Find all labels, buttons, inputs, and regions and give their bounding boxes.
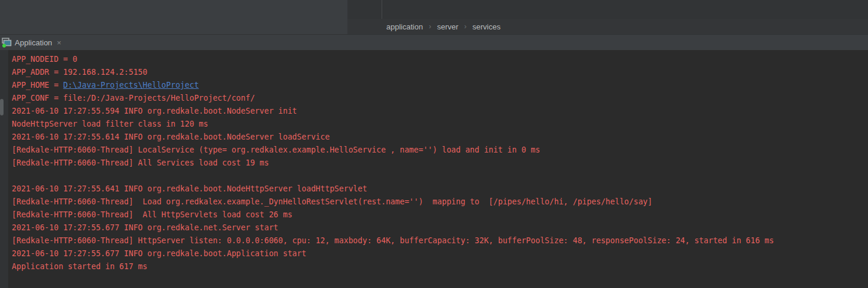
chevron-right-icon: › bbox=[429, 22, 431, 31]
log-line: NodeHttpServer load filter class in 120 … bbox=[12, 118, 868, 131]
breadcrumb-item-services[interactable]: services bbox=[472, 22, 501, 31]
log-line: APP_NODEID = 0 bbox=[12, 53, 868, 66]
editor-pane-right: application › server › services bbox=[347, 0, 868, 34]
file-path-link[interactable]: D:\Java-Projects\HelloProject bbox=[63, 81, 198, 90]
log-line: [Redkale-HTTP:6060-Thread] All Services … bbox=[12, 157, 868, 170]
console-output[interactable]: APP_NODEID = 0APP_ADDR = 192.168.124.2:5… bbox=[0, 50, 868, 288]
editor-pane-left bbox=[0, 0, 347, 34]
editor-pane-right-top bbox=[347, 0, 868, 19]
console-run-icon bbox=[2, 38, 12, 48]
chevron-right-icon: › bbox=[464, 22, 466, 31]
log-text: [Redkale-HTTP:6060-Thread] All HttpServl… bbox=[12, 210, 292, 219]
breadcrumb-item-server[interactable]: server bbox=[437, 22, 458, 31]
log-line: Application started in 617 ms bbox=[12, 260, 868, 273]
log-line: 2021-06-10 17:27:55.614 INFO org.redkale… bbox=[12, 131, 868, 144]
ide-window: application › server › services Applicat… bbox=[0, 0, 868, 288]
close-icon[interactable]: × bbox=[57, 39, 62, 47]
log-line: APP_ADDR = 192.168.124.2:5150 bbox=[12, 66, 868, 79]
log-text: APP_CONF = file:/D:/Java-Projects/HelloP… bbox=[12, 94, 255, 102]
log-text: Application started in 617 ms bbox=[12, 262, 147, 271]
log-line: 2021-06-10 17:27:55.677 INFO org.redkale… bbox=[12, 247, 868, 260]
log-text: [Redkale-HTTP:6060-Thread] Load org.redk… bbox=[12, 197, 652, 206]
log-text: APP_NODEID = 0 bbox=[12, 55, 77, 64]
run-tool-window-tab-bar: Application × bbox=[0, 34, 868, 50]
log-lines: APP_NODEID = 0APP_ADDR = 192.168.124.2:5… bbox=[12, 53, 868, 273]
log-text: NodeHttpServer load filter class in 120 … bbox=[12, 120, 208, 128]
log-text: [Redkale-HTTP:6060-Thread] LocalService … bbox=[12, 145, 540, 154]
tab-application[interactable]: Application × bbox=[0, 35, 66, 50]
scrollbar-thumb[interactable] bbox=[0, 99, 4, 115]
log-line: 2021-06-10 17:27:55.641 INFO org.redkale… bbox=[12, 183, 868, 196]
tab-label: Application bbox=[15, 38, 52, 47]
log-line: APP_CONF = file:/D:/Java-Projects/HelloP… bbox=[12, 92, 868, 105]
log-text: 2021-06-10 17:27:55.614 INFO org.redkale… bbox=[12, 133, 330, 141]
log-text: [Redkale-HTTP:6060-Thread] HttpServer li… bbox=[12, 236, 774, 245]
log-text: 2021-06-10 17:27:55.677 INFO org.redkale… bbox=[12, 249, 306, 258]
log-line bbox=[12, 170, 868, 183]
console-gutter bbox=[0, 50, 8, 288]
breadcrumb: application › server › services bbox=[347, 19, 868, 34]
editor-top-strip: application › server › services bbox=[0, 0, 868, 34]
pane-divider bbox=[382, 0, 382, 19]
log-line: [Redkale-HTTP:6060-Thread] HttpServer li… bbox=[12, 234, 868, 247]
log-line: [Redkale-HTTP:6060-Thread] All HttpServl… bbox=[12, 208, 868, 221]
log-text: 2021-06-10 17:27:55.641 INFO org.redkale… bbox=[12, 184, 367, 193]
log-text: 2021-06-10 17:27:55.594 INFO org.redkale… bbox=[12, 107, 297, 115]
log-text: APP_ADDR = 192.168.124.2:5150 bbox=[12, 68, 147, 77]
log-text: 2021-06-10 17:27:55.677 INFO org.redkale… bbox=[12, 223, 279, 232]
log-line: [Redkale-HTTP:6060-Thread] LocalService … bbox=[12, 144, 868, 157]
breadcrumb-item-application[interactable]: application bbox=[386, 22, 423, 31]
log-line: APP_HOME = D:\Java-Projects\HelloProject bbox=[12, 79, 868, 92]
log-text: APP_HOME = bbox=[12, 81, 63, 90]
log-line: 2021-06-10 17:27:55.677 INFO org.redkale… bbox=[12, 221, 868, 234]
log-line: 2021-06-10 17:27:55.594 INFO org.redkale… bbox=[12, 105, 868, 118]
log-text: [Redkale-HTTP:6060-Thread] All Services … bbox=[12, 158, 269, 167]
log-line: [Redkale-HTTP:6060-Thread] Load org.redk… bbox=[12, 196, 868, 208]
